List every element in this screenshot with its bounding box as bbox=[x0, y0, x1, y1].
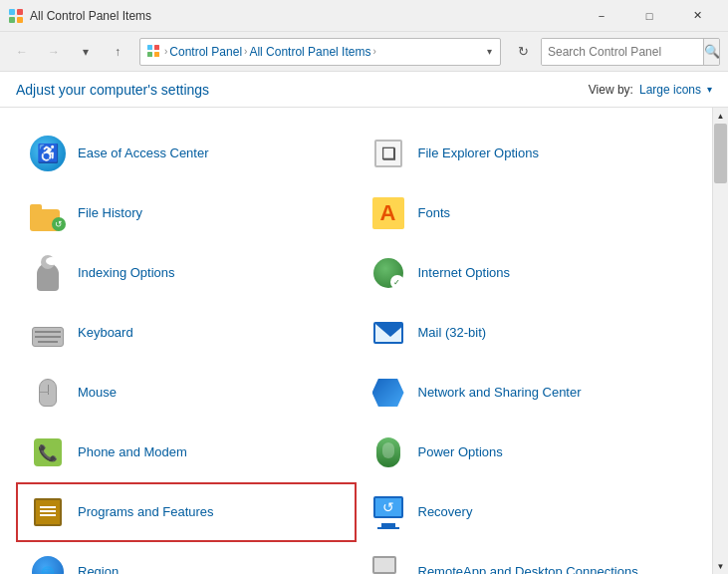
control-item-power[interactable]: Power Options bbox=[357, 423, 697, 482]
item-icon-mouse bbox=[28, 373, 68, 413]
control-item-filehistory[interactable]: ↺ File History bbox=[16, 183, 357, 243]
items-grid: Ease of Access Center ❑ File Explorer Op… bbox=[16, 124, 696, 574]
window-controls: − □ ✕ bbox=[579, 0, 720, 32]
scroll-thumb[interactable] bbox=[714, 124, 727, 183]
control-item-phone[interactable]: 📞 Phone and Modem bbox=[16, 423, 357, 482]
view-by-label: View by: bbox=[589, 83, 633, 97]
control-item-fonts[interactable]: A Fonts bbox=[357, 183, 697, 243]
view-by-control: View by: Large icons ▾ bbox=[589, 83, 712, 97]
item-label-fonts: Fonts bbox=[418, 205, 451, 222]
item-label-fileexplorer: File Explorer Options bbox=[418, 145, 539, 162]
item-label-mouse: Mouse bbox=[78, 385, 117, 402]
recent-locations-button[interactable]: ▾ bbox=[72, 38, 100, 66]
breadcrumb: › Control Panel › All Control Panel Item… bbox=[146, 44, 485, 60]
breadcrumb-sep3: › bbox=[372, 46, 375, 57]
search-box: 🔍 bbox=[541, 38, 720, 66]
scrollbar[interactable]: ▲ ▼ bbox=[712, 108, 728, 574]
window-title: All Control Panel Items bbox=[30, 9, 579, 23]
item-icon-region: 🌐 bbox=[28, 552, 68, 574]
item-label-network: Network and Sharing Center bbox=[418, 385, 582, 402]
close-button[interactable]: ✕ bbox=[674, 0, 720, 32]
item-icon-filehistory: ↺ bbox=[28, 193, 68, 233]
item-icon-fonts: A bbox=[368, 193, 408, 233]
item-icon-remoteapp bbox=[368, 552, 408, 574]
item-label-keyboard: Keyboard bbox=[78, 325, 133, 342]
control-item-ease[interactable]: Ease of Access Center bbox=[16, 124, 357, 183]
control-item-programs[interactable]: Programs and Features bbox=[16, 482, 357, 542]
item-label-ease: Ease of Access Center bbox=[78, 145, 209, 162]
item-icon-fileexplorer: ❑ bbox=[368, 134, 408, 173]
search-input[interactable] bbox=[542, 39, 703, 65]
item-label-indexing: Indexing Options bbox=[78, 265, 175, 282]
item-label-filehistory: File History bbox=[78, 205, 142, 222]
item-icon-recovery: ↺ bbox=[368, 492, 408, 532]
minimize-button[interactable]: − bbox=[579, 0, 624, 32]
maximize-button[interactable]: □ bbox=[626, 0, 672, 32]
up-button[interactable]: ↑ bbox=[104, 38, 131, 66]
refresh-button[interactable]: ↻ bbox=[509, 38, 537, 66]
scroll-up-button[interactable]: ▲ bbox=[713, 108, 728, 124]
item-icon-indexing bbox=[28, 253, 68, 293]
control-item-keyboard[interactable]: Keyboard bbox=[16, 303, 357, 363]
svg-rect-1 bbox=[17, 9, 23, 15]
search-button[interactable]: 🔍 bbox=[703, 38, 720, 66]
item-icon-ease bbox=[28, 134, 68, 173]
back-button[interactable]: ← bbox=[8, 38, 36, 66]
page-title: Adjust your computer's settings bbox=[16, 82, 209, 98]
content-area: Ease of Access Center ❑ File Explorer Op… bbox=[0, 108, 712, 574]
svg-rect-3 bbox=[17, 17, 23, 23]
control-item-fileexplorer[interactable]: ❑ File Explorer Options bbox=[357, 124, 697, 183]
item-icon-network bbox=[368, 373, 408, 413]
breadcrumb-icon bbox=[146, 44, 162, 60]
item-label-region: Region bbox=[78, 564, 119, 574]
item-icon-phone: 📞 bbox=[28, 432, 68, 472]
control-item-internet[interactable]: ✓ Internet Options bbox=[357, 243, 697, 303]
item-label-internet: Internet Options bbox=[418, 265, 511, 282]
item-icon-power bbox=[368, 432, 408, 472]
title-bar: All Control Panel Items − □ ✕ bbox=[0, 0, 728, 32]
navigation-bar: ← → ▾ ↑ › Control Panel › All Control Pa… bbox=[0, 32, 728, 72]
control-item-mouse[interactable]: Mouse bbox=[16, 363, 357, 423]
address-dropdown[interactable]: ▾ bbox=[485, 46, 494, 57]
item-icon-programs bbox=[28, 492, 68, 532]
scroll-down-button[interactable]: ▼ bbox=[713, 558, 728, 574]
breadcrumb-all-items[interactable]: All Control Panel Items bbox=[249, 45, 370, 59]
scroll-track[interactable] bbox=[713, 124, 728, 558]
forward-button[interactable]: → bbox=[40, 38, 68, 66]
window-icon bbox=[8, 8, 24, 24]
svg-rect-7 bbox=[154, 52, 159, 57]
control-item-remoteapp[interactable]: RemoteApp and Desktop Connections bbox=[357, 542, 697, 574]
item-label-power: Power Options bbox=[418, 444, 503, 461]
item-label-programs: Programs and Features bbox=[78, 504, 214, 521]
control-item-indexing[interactable]: Indexing Options bbox=[16, 243, 357, 303]
view-by-value[interactable]: Large icons bbox=[639, 83, 701, 97]
item-icon-internet: ✓ bbox=[368, 253, 408, 293]
control-item-network[interactable]: Network and Sharing Center bbox=[357, 363, 697, 423]
address-bar: › Control Panel › All Control Panel Item… bbox=[139, 38, 501, 66]
svg-rect-2 bbox=[9, 17, 15, 23]
control-item-region[interactable]: 🌐 Region bbox=[16, 542, 357, 574]
item-label-mail: Mail (32-bit) bbox=[418, 325, 487, 342]
view-by-arrow[interactable]: ▾ bbox=[707, 84, 712, 95]
control-item-recovery[interactable]: ↺ Recovery bbox=[357, 482, 697, 542]
control-item-mail[interactable]: Mail (32-bit) bbox=[357, 303, 697, 363]
item-label-recovery: Recovery bbox=[418, 504, 473, 521]
breadcrumb-sep2: › bbox=[244, 46, 247, 57]
item-label-remoteapp: RemoteApp and Desktop Connections bbox=[418, 564, 638, 574]
content-toolbar: Adjust your computer's settings View by:… bbox=[0, 72, 728, 108]
breadcrumb-control-panel[interactable]: Control Panel bbox=[169, 45, 242, 59]
svg-rect-0 bbox=[9, 9, 15, 15]
breadcrumb-sep1: › bbox=[164, 46, 167, 57]
svg-rect-6 bbox=[147, 52, 152, 57]
item-label-phone: Phone and Modem bbox=[78, 444, 187, 461]
svg-rect-5 bbox=[154, 45, 159, 50]
svg-rect-4 bbox=[147, 45, 152, 50]
main-content: Ease of Access Center ❑ File Explorer Op… bbox=[0, 108, 728, 574]
item-icon-keyboard bbox=[28, 313, 68, 353]
item-icon-mail bbox=[368, 313, 408, 353]
